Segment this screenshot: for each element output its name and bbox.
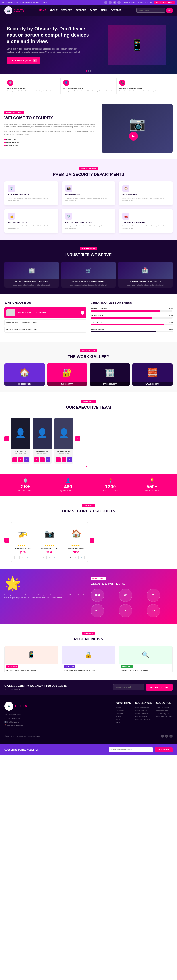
services-section: WHAT WE PROVIDE PREMIUM SECURITY DEPARTM… <box>0 159 177 240</box>
team-dot-3[interactable] <box>90 466 92 467</box>
product-wishlist-2[interactable]: ♡ <box>73 556 79 559</box>
nav-search: 🔍 <box>136 8 172 13</box>
service-card-2: 🏠 GUARD HOUSE Lorem ipsum dolor sit amet… <box>119 181 172 205</box>
gallery-section: WORK GALLERY THE WORK GALLERY 🏠 HOME SEC… <box>0 342 177 392</box>
news-title-1: HOW TO GET BETTER PROTECTION <box>62 668 115 673</box>
hero-cta-button[interactable]: GET SERVICE QUOTE ▶ <box>6 57 41 64</box>
industries-section: OUR INDUSTRIES INDUSTRIES WE SERVE 🏢 OFF… <box>0 240 177 294</box>
about-section: ABOUT OUR AGENCY WELCOME TO SECURITY Lor… <box>0 97 177 159</box>
product-stars-2: ★★★★☆ <box>68 544 85 547</box>
team-social-tw-2[interactable]: t <box>62 457 66 462</box>
why-item-0[interactable]: BEST SECURITY GUARD SYSTEMS ✓ <box>5 307 86 318</box>
nav-about[interactable]: ABOUT <box>49 9 57 12</box>
footer-col-1: OUR SERVICES CCTV Installation Guard Ser… <box>135 702 152 727</box>
skill-0: SECURITY GUARD 85% <box>91 307 172 312</box>
footer-link-2-0[interactable]: +100-900-12345 <box>156 706 172 709</box>
get-service-top-button[interactable]: GET SERVICE QUOTE <box>154 1 175 4</box>
footer-in-icon[interactable]: in <box>169 735 172 738</box>
dot-1[interactable] <box>85 70 87 72</box>
service-card-0: 📡 NETWORK SECURITY Lorem ipsum dolor sit… <box>5 181 58 205</box>
service-title-3: PRIVATE SECURITY <box>8 221 55 224</box>
nav-team[interactable]: TEAM <box>101 9 107 12</box>
team-dot-2[interactable] <box>88 466 89 467</box>
team-social-fb-0[interactable]: f <box>13 457 17 462</box>
team-social-fb-2[interactable]: f <box>56 457 61 462</box>
dot-3[interactable] <box>90 70 92 72</box>
footer-link-1-4[interactable]: Corporate Security <box>135 718 152 721</box>
nav-contact[interactable]: CONTACT <box>111 9 121 12</box>
footer-link-0-5[interactable]: FAQ <box>116 721 131 724</box>
dot-2[interactable] <box>88 70 89 72</box>
product-share-1[interactable]: ↗ <box>41 556 46 559</box>
footer-link-0-1[interactable]: About Us <box>116 709 131 712</box>
team-role-0: Security Expert <box>13 453 28 454</box>
team-social-in-0[interactable]: in <box>24 457 29 462</box>
gallery-item-3[interactable]: 🧱 WALLS SECURITY <box>132 363 173 386</box>
product-name-0: PRODUCT NAME <box>14 548 31 550</box>
product-share-0[interactable]: ↗ <box>14 556 20 559</box>
why-item-1[interactable]: BEST SECURITY GUARD SYSTEMS <box>5 320 86 325</box>
footer-link-0-4[interactable]: Blog <box>116 718 131 721</box>
footer-link-0-2[interactable]: Services <box>116 712 131 715</box>
team-card-2: 👤 ALEXIS MILAG Security Expert f t in <box>54 418 73 463</box>
footer-link-2-1[interactable]: info@cctv.com <box>156 709 172 712</box>
footer-fb-icon[interactable]: f <box>161 735 164 738</box>
footer-email: ✉️ info@cctv.com <box>5 721 112 724</box>
footer-link-1-0[interactable]: CCTV Installation <box>135 706 152 709</box>
team-social-tw-1[interactable]: t <box>40 457 45 462</box>
team-social-in-2[interactable]: in <box>67 457 72 462</box>
newsletter-input[interactable] <box>109 747 153 752</box>
product-cart-1[interactable]: 🛒 <box>52 556 58 559</box>
product-wishlist-1[interactable]: ♡ <box>46 556 52 559</box>
product-cart-0[interactable]: 🛒 <box>25 556 31 559</box>
google-icon[interactable]: g <box>117 1 120 4</box>
stat-label-2: OUR LOCATIONS <box>103 490 118 492</box>
team-social-in-1[interactable]: in <box>46 457 51 462</box>
footer-link-2-3[interactable]: New York, NY 10001 <box>156 715 172 718</box>
team-social-tw-0[interactable]: t <box>18 457 23 462</box>
gallery-item-0[interactable]: 🏠 HOME SECURITY <box>5 363 45 386</box>
linkedin-icon[interactable]: in <box>113 1 116 4</box>
team-social-fb-1[interactable]: f <box>34 457 39 462</box>
gallery-item-1[interactable]: 🔐 MAIN SECURITY <box>47 363 88 386</box>
service-card-3: 🔒 PRIVATE SECURITY Lorem ipsum dolor sit… <box>5 209 58 233</box>
industries-tag: OUR INDUSTRIES <box>80 248 97 250</box>
twitter-icon[interactable]: t <box>109 1 112 4</box>
footer-link-0-3[interactable]: Contact <box>116 715 131 718</box>
gallery-label-2: OFFICE SECURITY <box>90 382 130 386</box>
team-next-button[interactable]: › <box>75 436 80 441</box>
product-price-0: $159 <box>14 551 31 554</box>
newsletter-submit-button[interactable]: SUBSCRIBE <box>155 747 172 752</box>
footer-link-2-2[interactable]: 123 Security Ave <box>156 712 172 715</box>
nav-services[interactable]: SERVICES <box>61 9 72 12</box>
cta-button[interactable]: GET PROTECTION <box>146 684 172 690</box>
products-next-button[interactable]: › <box>90 538 95 542</box>
feature-item-equipment: 🛡️ LATEST EQUIPMENTS Lorem ipsum dolor s… <box>5 78 61 94</box>
cta-email-input[interactable] <box>113 684 144 690</box>
news-card-0: 📱 BLOG POST SECURE YOUR OFFICE NETWORK <box>5 646 58 673</box>
nav-pages[interactable]: PAGES <box>90 9 97 12</box>
facebook-icon[interactable]: f <box>104 1 107 4</box>
product-cart-2[interactable]: 🛒 <box>79 556 85 559</box>
product-share-2[interactable]: ↗ <box>68 556 73 559</box>
footer-link-1-2[interactable]: Network Security <box>135 712 152 715</box>
industry-img-0: 🏢 <box>5 262 58 279</box>
search-input[interactable] <box>136 8 165 13</box>
footer-tw-icon[interactable]: t <box>165 735 168 738</box>
check-icon-0: ✓ <box>81 311 84 315</box>
product-wishlist-0[interactable]: ♡ <box>20 556 25 559</box>
footer-link-1-3[interactable]: Home Security <box>135 715 152 718</box>
nav-explore[interactable]: EXPLORE <box>76 9 86 12</box>
footer-link-1-1[interactable]: Guard Services <box>135 709 152 712</box>
play-button[interactable]: ▶ <box>129 132 138 140</box>
search-button[interactable]: 🔍 <box>166 8 172 13</box>
industry-name-0: OFFICES & COMMERCIAL BUILDINGS <box>5 279 58 284</box>
nav-home[interactable]: HOME <box>40 9 46 12</box>
team-dot-1[interactable] <box>85 466 87 467</box>
products-prev-button[interactable]: ‹ <box>5 538 9 542</box>
footer-link-0-0[interactable]: Home <box>116 706 131 709</box>
team-prev-button[interactable]: ‹ <box>5 436 9 441</box>
why-item-2[interactable]: BEST SECURITY GUARD SYSTEMS <box>5 327 86 333</box>
top-bar: Get news updates from us every week — Su… <box>0 0 177 5</box>
gallery-item-2[interactable]: 🏢 OFFICE SECURITY <box>90 363 130 386</box>
